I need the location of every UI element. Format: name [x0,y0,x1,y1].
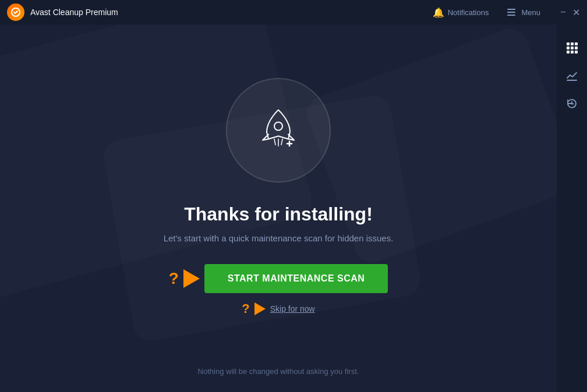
question-mark-1: ? [169,270,179,287]
skip-row: ? Skip for now [242,302,315,315]
hamburger-icon [507,9,515,16]
sidebar-grid-icon[interactable] [560,36,584,59]
buttons-area: ? START MAINTENANCE SCAN ? Skip for now [169,264,388,315]
app-title: Avast Cleanup Premium [30,8,118,17]
svg-point-4 [274,122,282,130]
notifications-label: Notifications [448,8,489,17]
question-mark-2: ? [242,302,249,315]
sidebar-history-icon[interactable] [560,92,584,115]
bell-icon: 🔔 [433,7,444,18]
menu-button[interactable]: Menu [503,6,545,19]
titlebar-left: Avast Cleanup Premium [7,3,118,21]
start-maintenance-scan-button[interactable]: START MAINTENANCE SCAN [204,264,388,293]
close-button[interactable]: ✕ [572,8,580,16]
play-arrow-2 [254,302,266,315]
rocket-container [226,78,331,183]
minimize-button[interactable]: − [559,8,567,16]
play-arrow-1 [183,269,200,288]
app-logo [7,3,24,21]
sidebar-chart-icon[interactable] [560,64,584,87]
main-subheading: Let's start with a quick maintenance sca… [164,233,394,243]
grid-dots [567,42,578,54]
rocket-icon [246,98,310,162]
main-content: Thanks for installing! Let's start with … [0,24,557,392]
window-controls: − ✕ [559,8,580,16]
footer-note: Nothing will be changed without asking y… [0,367,557,376]
right-sidebar [557,24,587,392]
titlebar-right: 🔔 Notifications Menu − ✕ [428,5,580,20]
main-heading: Thanks for installing! [184,204,373,225]
start-scan-row: ? START MAINTENANCE SCAN [169,264,388,293]
menu-label: Menu [521,8,540,17]
notifications-button[interactable]: 🔔 Notifications [428,5,494,20]
skip-for-now-button[interactable]: Skip for now [270,304,315,313]
titlebar: Avast Cleanup Premium 🔔 Notifications Me… [0,0,587,24]
